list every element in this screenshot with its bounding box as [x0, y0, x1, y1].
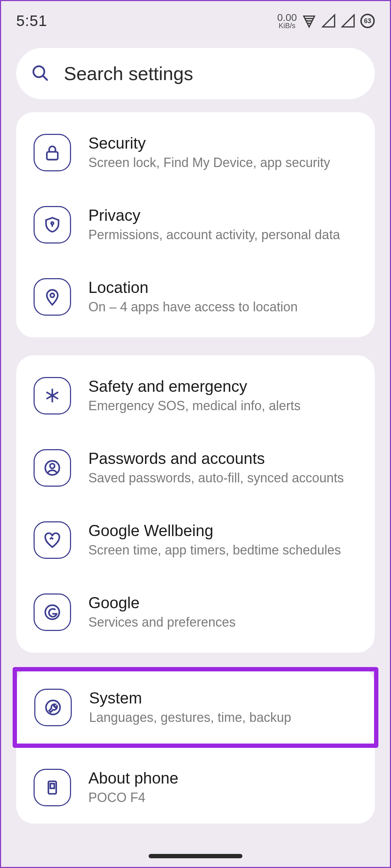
settings-item-security[interactable]: Security Screen lock, Find My Device, ap…	[16, 117, 375, 189]
settings-group: Safety and emergency Emergency SOS, medi…	[16, 355, 375, 653]
settings-item-passwords[interactable]: Passwords and accounts Saved passwords, …	[16, 432, 375, 504]
status-bar: 5:51 0.00 KiB/s 63	[1, 1, 390, 41]
vpn-icon	[302, 14, 316, 28]
svg-rect-2	[47, 152, 58, 160]
settings-group: Security Screen lock, Find My Device, ap…	[16, 112, 375, 337]
settings-item-title: Privacy	[88, 206, 340, 224]
svg-point-3	[51, 222, 54, 224]
signal-icon-2	[341, 14, 355, 28]
settings-item-subtitle: Emergency SOS, medical info, alerts	[88, 398, 300, 415]
pin-icon	[34, 278, 71, 316]
search-icon	[31, 63, 49, 84]
settings-list: Security Screen lock, Find My Device, ap…	[16, 112, 375, 842]
settings-item-safety[interactable]: Safety and emergency Emergency SOS, medi…	[16, 360, 375, 432]
settings-item-subtitle: Permissions, account activity, personal …	[88, 227, 340, 244]
settings-item-subtitle: On – 4 apps have access to location	[88, 299, 298, 316]
highlight-system: System Languages, gestures, time, backup	[13, 667, 378, 748]
settings-item-title: About phone	[88, 769, 179, 787]
settings-item-wellbeing[interactable]: Google Wellbeing Screen time, app timers…	[16, 504, 375, 576]
google-icon	[34, 593, 71, 631]
svg-point-8	[46, 701, 60, 715]
heart-icon	[34, 521, 71, 559]
settings-item-system[interactable]: System Languages, gestures, time, backup	[17, 671, 374, 744]
svg-point-6	[50, 464, 55, 468]
phone-icon	[34, 769, 71, 806]
settings-item-title: Google Wellbeing	[88, 522, 341, 540]
status-time: 5:51	[16, 12, 47, 30]
settings-item-about[interactable]: About phone POCO F4	[16, 751, 375, 824]
settings-item-title: Passwords and accounts	[88, 450, 344, 468]
settings-item-title: System	[89, 689, 291, 707]
signal-icon-1	[321, 14, 336, 28]
settings-item-title: Location	[88, 279, 298, 297]
settings-item-location[interactable]: Location On – 4 apps have access to loca…	[16, 261, 375, 333]
network-speed: 0.00 KiB/s	[277, 13, 297, 29]
settings-item-subtitle: Saved passwords, auto-fill, synced accou…	[88, 470, 344, 487]
settings-item-subtitle: Screen time, app timers, bedtime schedul…	[88, 542, 341, 559]
settings-group: System Languages, gestures, time, backup…	[16, 667, 375, 824]
svg-line-1	[43, 76, 47, 80]
wrench-icon	[34, 689, 72, 726]
settings-item-google[interactable]: Google Services and preferences	[16, 576, 375, 648]
person-icon	[34, 449, 71, 487]
battery-icon: 63	[360, 14, 375, 28]
gesture-nav-pill[interactable]	[149, 854, 242, 858]
settings-item-title: Google	[88, 594, 236, 612]
svg-point-4	[50, 293, 54, 297]
settings-item-subtitle: Screen lock, Find My Device, app securit…	[88, 154, 330, 171]
settings-item-title: Security	[88, 134, 330, 152]
settings-item-title: Safety and emergency	[88, 377, 300, 395]
shield-icon	[34, 206, 71, 244]
svg-rect-10	[50, 784, 54, 788]
settings-item-subtitle: Services and preferences	[88, 614, 236, 631]
settings-item-subtitle: POCO F4	[88, 789, 179, 806]
status-right: 0.00 KiB/s 63	[277, 13, 375, 29]
search-placeholder: Search settings	[64, 63, 193, 84]
asterisk-icon	[34, 377, 71, 415]
settings-item-privacy[interactable]: Privacy Permissions, account activity, p…	[16, 189, 375, 261]
lock-icon	[34, 134, 71, 171]
search-settings[interactable]: Search settings	[16, 48, 375, 99]
settings-item-subtitle: Languages, gestures, time, backup	[89, 709, 291, 726]
